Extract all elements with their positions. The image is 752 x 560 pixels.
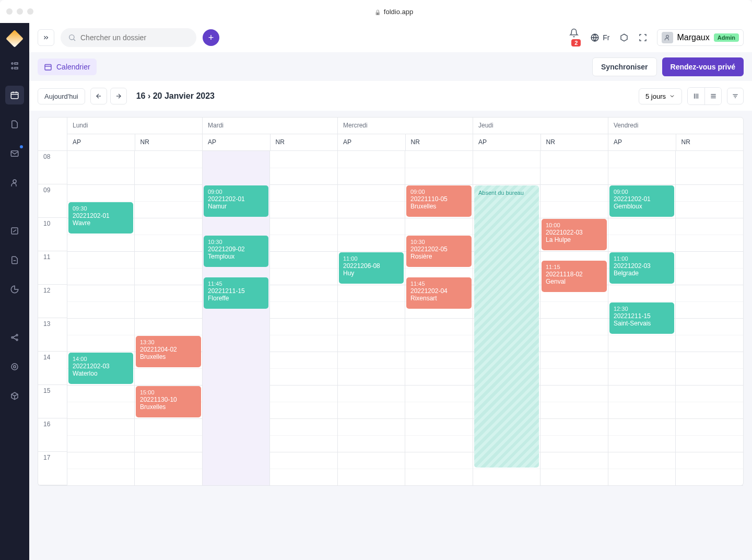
language-button[interactable]: Fr [590,33,609,42]
slot-column[interactable]: 10:0020221022-03La Hulpe11:1520221118-02… [540,151,608,485]
event-location: Namur [208,203,264,210]
sidebar-nav-dashboard[interactable] [5,56,24,75]
calendar-chip[interactable]: Calendrier [38,59,97,75]
svg-point-14 [16,334,18,336]
calendar-event[interactable]: 09:0020221202-01Namur [204,185,268,217]
day-column: JeudiAPNRAbsent du bureau10:0020221022-0… [473,118,608,485]
sidebar-nav-messages[interactable] [5,144,24,163]
sidebar-nav-stats[interactable] [5,280,24,299]
sync-button[interactable]: Synchroniser [592,57,656,76]
sidebar-nav-files[interactable] [5,115,24,134]
event-location: Genval [546,278,603,285]
collapse-sidebar-button[interactable] [38,29,54,46]
event-time: 14:00 [73,356,129,362]
slot-column[interactable]: 09:3020221202-01Wavre14:0020221202-03Wat… [67,151,135,485]
calendar-event[interactable]: 09:0020221110-05Bruxelles [406,185,472,217]
day-column: VendrediAPNR09:0020221202-01Gembloux11:0… [608,118,743,485]
calendar-event[interactable]: 11:0020221206-08Huy [339,252,404,284]
event-time: 15:00 [140,389,197,395]
add-button[interactable]: + [203,29,219,46]
svg-point-0 [11,63,13,64]
sidebar-nav-documents[interactable] [5,251,24,270]
prev-button[interactable] [90,88,107,104]
view-range-label: 5 jours [645,92,666,100]
view-columns-button[interactable] [688,88,704,104]
calendar-event[interactable]: 11:4520221211-15Floreffe [204,277,268,309]
absent-block[interactable]: Absent du bureau [474,185,539,468]
event-title: 20221130-10 [140,396,197,403]
event-title: 20221110-05 [410,195,467,203]
event-time: 09:00 [208,189,264,195]
event-location: Bruxelles [140,353,197,360]
slot-column[interactable] [270,151,337,485]
column-header: AP [203,134,270,150]
minimize-window-icon[interactable] [17,8,23,15]
close-window-icon[interactable] [6,8,13,15]
filter-button[interactable] [727,88,744,104]
event-location: Saint-Servais [614,320,670,327]
column-header: NR [540,134,608,150]
calendar-event[interactable]: 12:3020221211-15Saint-Servais [609,302,674,334]
calendar-event[interactable]: 09:3020221202-01Wavre [68,202,133,234]
calendar-event[interactable]: 10:3020221202-05Rosière [406,236,472,267]
search-icon [68,33,76,42]
svg-point-1 [11,67,13,69]
calendar-event[interactable]: 11:1520221118-02Genval [542,261,607,292]
bell-icon [569,28,579,38]
slot-column[interactable]: 13:3020221204-02Bruxelles15:0020221130-1… [135,151,202,485]
event-title: 20221209-02 [208,246,264,253]
event-time: 11:45 [410,281,467,287]
sidebar-nav-target[interactable] [5,357,24,376]
next-button[interactable] [110,88,127,104]
column-header: NR [270,134,338,150]
maximize-window-icon[interactable] [27,8,33,15]
calendar-event[interactable]: 10:0020221022-03La Hulpe [542,219,607,250]
notifications-button[interactable]: 2 [569,28,581,47]
column-header: NR [676,134,744,150]
sidebar-nav-coupons[interactable] [5,221,24,240]
private-appointment-button[interactable]: Rendez-vous privé [662,57,744,76]
slot-column[interactable]: Absent du bureau [473,151,540,485]
help-button[interactable] [619,33,629,42]
calendar-event[interactable]: 13:3020221204-02Bruxelles [136,336,201,367]
sidebar-nav-users[interactable] [5,173,24,192]
sidebar [0,23,29,560]
sidebar-nav-share[interactable] [5,328,24,347]
slot-column[interactable]: 09:0020221110-05Bruxelles10:3020221202-0… [405,151,473,485]
event-time: 09:30 [73,205,129,212]
event-title: 20221202-04 [410,287,467,295]
day-column: MercrediAPNR11:0020221206-08Huy09:002022… [338,118,473,485]
url-bar[interactable]: foldio.app [42,4,746,19]
event-time: 10:30 [208,239,264,245]
calendar-event[interactable]: 14:0020221202-03Waterloo [68,353,133,384]
calendar-event[interactable]: 15:0020221130-10Bruxelles [136,386,201,417]
svg-rect-4 [11,92,18,99]
event-title: 20221206-08 [343,262,400,270]
slot-column[interactable] [676,151,743,485]
view-list-button[interactable] [704,88,721,104]
today-button[interactable]: Aujourd'hui [38,88,85,104]
filter-icon [732,92,739,100]
calendar-event[interactable]: 11:0020221202-03Belgrade [609,252,674,284]
sidebar-nav-package[interactable] [5,387,24,405]
slot-column[interactable]: 09:0020221202-01Gembloux11:0020221202-03… [608,151,676,485]
slot-column[interactable]: 11:0020221206-08Huy [338,151,405,485]
search-box[interactable] [61,28,196,47]
time-column: 08091011121314151617 [38,118,67,485]
event-location: La Hulpe [546,236,603,243]
event-title: 20221202-03 [614,262,670,270]
calendar-icon [44,63,52,71]
sidebar-nav-calendar[interactable] [5,86,24,104]
view-range-select[interactable]: 5 jours [639,88,682,104]
app-logo[interactable] [7,31,22,46]
day-header: Jeudi [473,118,608,134]
time-label: 10 [38,218,67,251]
calendar-event[interactable]: 09:0020221202-01Gembloux [609,185,674,217]
avatar-icon [662,32,673,43]
search-input[interactable] [80,33,189,42]
calendar-event[interactable]: 10:3020221209-02Temploux [204,236,268,267]
user-menu[interactable]: Margaux Admin [657,29,744,46]
calendar-event[interactable]: 11:4520221202-04Rixensart [406,277,472,309]
fullscreen-button[interactable] [638,33,648,42]
slot-column[interactable]: 09:0020221202-01Namur10:3020221209-02Tem… [203,151,270,485]
